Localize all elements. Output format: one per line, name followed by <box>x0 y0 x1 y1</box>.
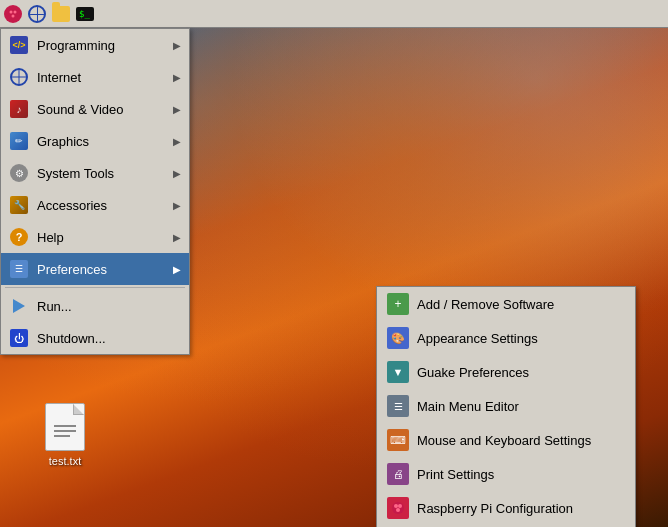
menu-editor-icon: ☰ <box>387 395 409 417</box>
submenu-item-add-remove-software[interactable]: + Add / Remove Software <box>377 287 635 321</box>
run-label: Run... <box>37 299 181 314</box>
add-software-icon: + <box>387 293 409 315</box>
appearance-label: Appearance Settings <box>417 331 538 346</box>
print-icon: 🖨 <box>387 463 409 485</box>
help-label: Help <box>37 230 165 245</box>
help-arrow: ▶ <box>173 232 181 243</box>
submenu-container: + Add / Remove Software 🎨 Appearance Set… <box>376 286 636 527</box>
mouse-keyboard-label: Mouse and Keyboard Settings <box>417 433 591 448</box>
main-menu: </> Programming ▶ Internet ▶ ♪ Sound <box>0 28 190 355</box>
menu-item-system-tools[interactable]: ⚙ System Tools ▶ <box>1 157 189 189</box>
menu-item-run[interactable]: Run... <box>1 290 189 322</box>
accessories-icon: 🔧 <box>9 195 29 215</box>
accessories-arrow: ▶ <box>173 200 181 211</box>
run-icon <box>9 296 29 316</box>
sound-video-label: Sound & Video <box>37 102 165 117</box>
submenu-item-raspberry-config[interactable]: Raspberry Pi Configuration <box>377 491 635 525</box>
programming-arrow: ▶ <box>173 40 181 51</box>
guake-icon: ▼ <box>387 361 409 383</box>
shutdown-icon: ⏻ <box>9 328 29 348</box>
mouse-keyboard-icon: ⌨ <box>387 429 409 451</box>
programming-label: Programming <box>37 38 165 53</box>
file-icon <box>45 403 85 451</box>
graphics-icon: ✏ <box>9 131 29 151</box>
terminal-button[interactable]: $_ <box>74 3 96 25</box>
browser-button[interactable] <box>26 3 48 25</box>
appearance-icon: 🎨 <box>387 327 409 349</box>
svg-point-7 <box>398 504 402 508</box>
raspberry-config-label: Raspberry Pi Configuration <box>417 501 573 516</box>
svg-point-6 <box>394 504 398 508</box>
raspberry-menu-button[interactable] <box>2 3 24 25</box>
submenu-item-print[interactable]: 🖨 Print Settings <box>377 457 635 491</box>
preferences-icon: ☰ <box>9 259 29 279</box>
preferences-label: Preferences <box>37 262 165 277</box>
desktop-file-item[interactable]: test.txt <box>30 403 100 467</box>
svg-point-2 <box>14 10 17 13</box>
guake-label: Guake Preferences <box>417 365 529 380</box>
file-lines-decoration <box>54 425 76 437</box>
menu-item-shutdown[interactable]: ⏻ Shutdown... <box>1 322 189 354</box>
menu-item-programming[interactable]: </> Programming ▶ <box>1 29 189 61</box>
submenu-item-appearance[interactable]: 🎨 Appearance Settings <box>377 321 635 355</box>
add-software-label: Add / Remove Software <box>417 297 554 312</box>
desktop: $_ test.txt </> Programming ▶ <box>0 0 668 527</box>
raspi-config-icon <box>387 497 409 519</box>
sound-video-arrow: ▶ <box>173 104 181 115</box>
print-label: Print Settings <box>417 467 494 482</box>
submenu-item-main-menu[interactable]: ☰ Main Menu Editor <box>377 389 635 423</box>
menu-divider <box>5 287 185 288</box>
graphics-arrow: ▶ <box>173 136 181 147</box>
graphics-label: Graphics <box>37 134 165 149</box>
svg-marker-4 <box>13 299 25 313</box>
menu-item-accessories[interactable]: 🔧 Accessories ▶ <box>1 189 189 221</box>
internet-icon <box>9 67 29 87</box>
svg-point-8 <box>396 508 400 512</box>
menu-item-preferences[interactable]: ☰ Preferences ▶ <box>1 253 189 285</box>
menu-item-help[interactable]: ? Help ▶ <box>1 221 189 253</box>
programming-icon: </> <box>9 35 29 55</box>
internet-label: Internet <box>37 70 165 85</box>
menu-item-sound-video[interactable]: ♪ Sound & Video ▶ <box>1 93 189 125</box>
help-icon: ? <box>9 227 29 247</box>
svg-point-1 <box>10 10 13 13</box>
preferences-arrow: ▶ <box>173 264 181 275</box>
system-tools-label: System Tools <box>37 166 165 181</box>
files-button[interactable] <box>50 3 72 25</box>
main-menu-label: Main Menu Editor <box>417 399 519 414</box>
internet-arrow: ▶ <box>173 72 181 83</box>
taskbar: $_ <box>0 0 668 28</box>
system-tools-icon: ⚙ <box>9 163 29 183</box>
shutdown-label: Shutdown... <box>37 331 181 346</box>
file-label: test.txt <box>49 455 81 467</box>
svg-point-3 <box>12 14 15 17</box>
submenu-item-guake[interactable]: ▼ Guake Preferences <box>377 355 635 389</box>
sound-video-icon: ♪ <box>9 99 29 119</box>
menu-item-graphics[interactable]: ✏ Graphics ▶ <box>1 125 189 157</box>
accessories-label: Accessories <box>37 198 165 213</box>
submenu-item-mouse-keyboard[interactable]: ⌨ Mouse and Keyboard Settings <box>377 423 635 457</box>
system-tools-arrow: ▶ <box>173 168 181 179</box>
menu-item-internet[interactable]: Internet ▶ <box>1 61 189 93</box>
